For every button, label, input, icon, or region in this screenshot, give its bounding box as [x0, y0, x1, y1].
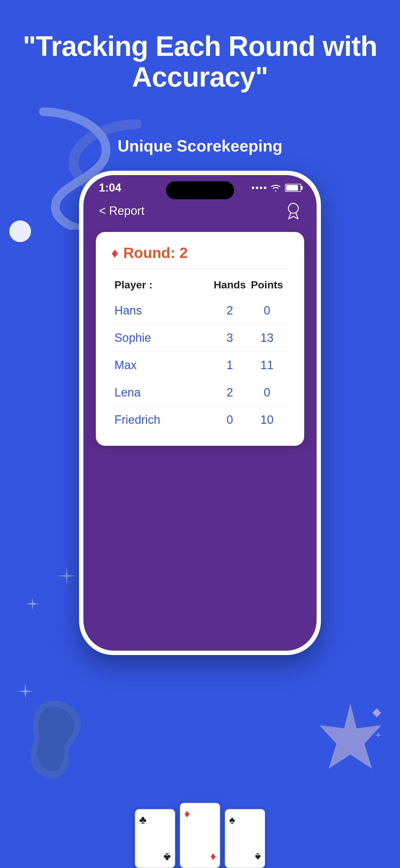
- dynamic-island: [166, 181, 234, 199]
- player-name-sophie: Sophie: [114, 331, 211, 345]
- svg-point-0: [288, 203, 298, 213]
- svg-rect-1: [372, 708, 381, 717]
- round-title: Round: 2: [123, 244, 188, 261]
- table-row: Lena 2 0: [111, 379, 289, 406]
- col-player-header: Player :: [114, 279, 211, 291]
- table-row: Max 1 11: [111, 352, 289, 379]
- phone-mockup: 1:04: [79, 171, 321, 655]
- status-time: 1:04: [99, 181, 121, 194]
- player-points-sophie: 13: [248, 331, 286, 345]
- card-spades: ♠ ♠: [225, 809, 265, 868]
- table-row: Friedrich 0 10: [111, 406, 289, 433]
- table-row: Hans 2 0: [111, 297, 289, 324]
- player-hands-sophie: 3: [211, 331, 248, 345]
- table-header: Player : Hands Points: [111, 279, 289, 291]
- diamond-icon: ♦: [111, 245, 118, 261]
- card-clubs: ♣ ♣: [135, 809, 175, 868]
- signal-dot-3: [260, 187, 262, 189]
- sparkle-1: [56, 565, 77, 587]
- player-points-lena: 0: [248, 386, 286, 399]
- player-hands-friedrich: 0: [211, 413, 248, 427]
- sparkle-3: [17, 683, 34, 700]
- signal-dots: [252, 187, 266, 189]
- player-name-lena: Lena: [114, 386, 211, 399]
- player-points-friedrich: 10: [248, 413, 286, 427]
- phone-inner: 1:04: [84, 175, 316, 651]
- signal-dot-4: [264, 187, 266, 189]
- cards-bottom: ♣ ♣ ♦ ♦ ♠ ♠: [135, 803, 265, 868]
- battery-fill: [286, 185, 298, 191]
- col-points-header: Points: [248, 279, 286, 291]
- status-icons: [252, 183, 301, 192]
- phone-outer: 1:04: [79, 171, 321, 655]
- sparkle-2: [25, 596, 40, 612]
- nav-bar: < Report: [84, 197, 316, 226]
- card-spades-icon-bottom: ♠: [255, 850, 261, 864]
- signal-dot-1: [252, 187, 254, 189]
- player-name-hans: Hans: [114, 304, 211, 317]
- player-hands-hans: 2: [211, 304, 248, 317]
- player-name-max: Max: [114, 359, 211, 372]
- col-hands-header: Hands: [211, 279, 248, 291]
- sub-headline: Unique Scorekeeping: [19, 136, 381, 155]
- card-diamonds: ♦ ♦: [180, 803, 220, 868]
- player-hands-max: 1: [211, 359, 248, 372]
- table-row: Sophie 3 13: [111, 324, 289, 352]
- ribbon-icon[interactable]: [286, 202, 301, 219]
- card-diamonds-icon-bottom: ♦: [210, 850, 216, 864]
- signal-dot-2: [256, 187, 258, 189]
- card-spades-icon: ♠: [229, 813, 261, 827]
- round-header: ♦ Round: 2: [111, 244, 289, 270]
- player-points-max: 11: [248, 359, 286, 372]
- player-hands-lena: 2: [211, 386, 248, 399]
- card-clubs-icon-bottom: ♣: [163, 850, 171, 864]
- wifi-icon: [270, 183, 281, 192]
- back-button[interactable]: < Report: [99, 204, 144, 218]
- card-clubs-icon: ♣: [139, 813, 171, 827]
- battery-icon: [285, 184, 301, 192]
- player-name-friedrich: Friedrich: [114, 413, 211, 427]
- card-diamonds-icon: ♦: [184, 807, 216, 820]
- score-card: ♦ Round: 2 Player : Hands Points Hans 2 …: [96, 232, 304, 446]
- main-headline: "Tracking Each Round with Accuracy": [19, 31, 381, 93]
- blob-decoration: [19, 694, 87, 781]
- star-shape: [316, 700, 385, 775]
- player-points-hans: 0: [248, 304, 286, 317]
